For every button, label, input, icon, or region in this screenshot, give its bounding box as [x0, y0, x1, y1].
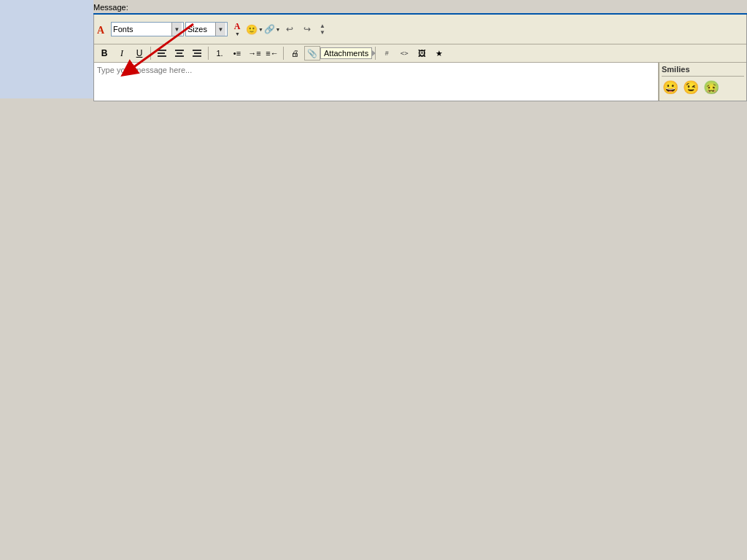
undo-icon: ↩ — [286, 24, 293, 34]
align-left-icon — [156, 48, 168, 58]
smiley-wink[interactable]: 😉 — [682, 79, 700, 96]
italic-icon: I — [120, 48, 123, 59]
align-center-icon — [174, 48, 185, 58]
bold-icon: B — [101, 48, 108, 58]
message-label: Message: — [93, 0, 747, 13]
indent-button[interactable]: →≡ — [247, 46, 263, 61]
attachments-icon: 📎 — [307, 49, 317, 58]
toolbar-row1: A Fonts Arial Times New Roman Courier Ne… — [94, 15, 746, 44]
attach-arrow-icon: ▼ — [276, 27, 281, 32]
attachments-label: Attachments — [324, 49, 368, 58]
undo-button[interactable]: ↩ — [282, 22, 298, 36]
sizes-select[interactable]: Sizes 8 10 12 14 16 18 — [187, 25, 215, 34]
ordered-list-button[interactable]: 1. — [212, 46, 228, 61]
editor-container: A Fonts Arial Times New Roman Courier Ne… — [93, 15, 747, 101]
emoji-arrow-icon: ▼ — [258, 27, 263, 32]
code-icon: <> — [400, 50, 409, 57]
align-right-icon — [191, 48, 203, 58]
hr-icon: # — [385, 50, 389, 57]
fonts-dropdown[interactable]: Fonts Arial Times New Roman Courier New … — [111, 22, 184, 36]
fonts-dropdown-arrow: ▼ — [171, 23, 182, 36]
sep1 — [150, 47, 151, 60]
svg-text:A: A — [97, 25, 105, 36]
left-panel — [0, 0, 93, 98]
smiley-sick[interactable]: 🤢 — [703, 79, 720, 96]
smilies-header: Smilies — [662, 65, 744, 77]
align-left-button[interactable] — [154, 46, 170, 61]
page-container: Message: A Fonts Arial Times New Ro — [0, 0, 747, 560]
underline-icon: U — [136, 48, 143, 58]
redo-icon: ↪ — [303, 24, 311, 34]
unordered-list-icon: •≡ — [233, 49, 241, 58]
align-center-button[interactable] — [171, 46, 187, 61]
font-color-button[interactable]: A ▼ — [229, 22, 245, 36]
paperclip-icon: 🔗 — [264, 24, 275, 34]
font-style-icon: A — [96, 23, 109, 36]
indent-icon: →≡ — [248, 49, 260, 58]
attachments-button[interactable]: 📎 — [304, 46, 320, 61]
print-icon: 🖨 — [291, 49, 299, 58]
bold-button[interactable]: B — [96, 46, 112, 61]
font-color-A-icon: A — [234, 22, 241, 31]
smilies-panel: Smilies 😀 😉 🤢 — [659, 63, 746, 101]
attachments-tooltip: Attachments — [320, 47, 372, 59]
scroll-down-icon: ▼ — [320, 29, 325, 36]
sizes-dropdown-arrow: ▼ — [215, 23, 225, 36]
smilies-row: 😀 😉 🤢 — [662, 79, 744, 96]
print-button[interactable]: 🖨 — [287, 46, 303, 61]
sizes-dropdown[interactable]: Sizes 8 10 12 14 16 18 ▼ — [185, 22, 228, 36]
outdent-button[interactable]: ≡← — [264, 46, 280, 61]
toolbar-row2: B I U — [94, 44, 746, 63]
attachments-group: 📎 Attachments — [304, 46, 372, 61]
code-button[interactable]: <> — [396, 46, 412, 61]
emoji-icon: 🙂 — [246, 24, 258, 35]
italic-button[interactable]: I — [114, 46, 130, 61]
scroll-up-icon: ▲ — [320, 23, 325, 29]
image-icon: 🖼 — [418, 49, 426, 58]
sep3 — [283, 47, 284, 60]
editor-main: Smilies 😀 😉 🤢 — [94, 63, 746, 101]
special-char-button[interactable]: ★ — [431, 46, 447, 61]
font-color-arrow-icon: ▼ — [235, 31, 240, 36]
align-right-button[interactable] — [189, 46, 205, 61]
unordered-list-button[interactable]: •≡ — [229, 46, 245, 61]
message-area: Message: A Fonts Arial Times New Ro — [93, 0, 747, 101]
image-button[interactable]: 🖼 — [414, 46, 430, 61]
special-char-icon: ★ — [436, 49, 443, 58]
scroll-arrows[interactable]: ▲ ▼ — [317, 16, 328, 42]
redo-button[interactable]: ↪ — [299, 22, 315, 36]
emoji-button[interactable]: 🙂 ▼ — [247, 22, 263, 36]
fonts-select[interactable]: Fonts Arial Times New Roman Courier New … — [113, 25, 171, 34]
underline-button[interactable]: U — [131, 46, 147, 61]
sep2 — [208, 47, 209, 60]
smiley-smile[interactable]: 😀 — [662, 79, 679, 96]
ordered-list-icon: 1. — [216, 49, 222, 58]
text-area-container — [94, 63, 659, 101]
hr-button[interactable]: # — [379, 46, 395, 61]
attach-button[interactable]: 🔗 ▼ — [264, 22, 280, 36]
outdent-icon: ≡← — [266, 49, 278, 58]
message-textarea[interactable] — [94, 63, 658, 99]
